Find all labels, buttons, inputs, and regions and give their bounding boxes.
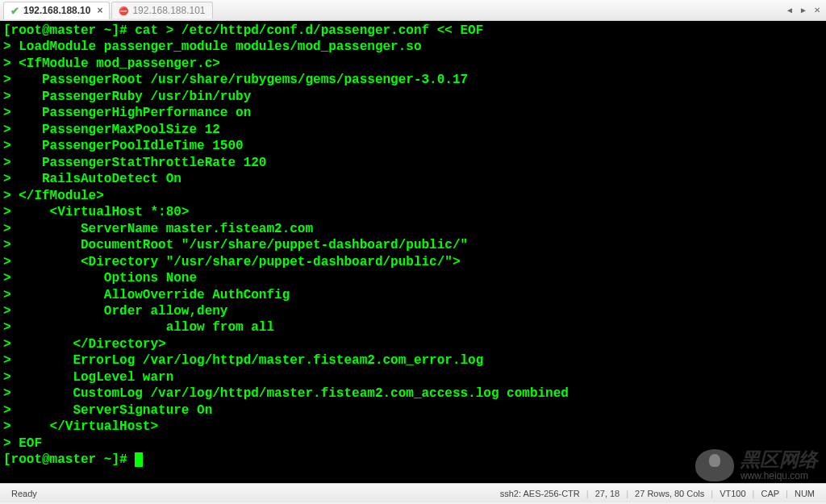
terminal-output[interactable]: [root@master ~]# cat > /etc/httpd/conf.d… — [0, 21, 826, 483]
tab-inactive-host[interactable]: ⛔ 192.168.188.101 — [111, 2, 212, 19]
tab-label: 192.168.188.101 — [132, 5, 205, 16]
status-cursor-pos: 27, 18 — [589, 489, 627, 498]
terminal-cursor — [135, 452, 143, 467]
tab-bar: ✔ 192.168.188.10 × ⛔ 192.168.188.101 ◄ ►… — [0, 0, 826, 21]
status-num: NUM — [788, 489, 821, 498]
close-icon[interactable]: × — [97, 5, 102, 16]
tab-controls: ◄ ► ✕ — [784, 5, 823, 16]
blocked-icon: ⛔ — [119, 6, 128, 15]
tab-label: 192.168.188.10 — [23, 5, 90, 16]
status-ready: Ready — [5, 489, 44, 498]
tab-scroll-left-icon[interactable]: ◄ — [784, 5, 795, 16]
tab-active-host[interactable]: ✔ 192.168.188.10 × — [3, 2, 110, 19]
tab-close-icon[interactable]: ✕ — [811, 5, 823, 16]
check-icon: ✔ — [10, 5, 19, 17]
status-term: VT100 — [713, 489, 752, 498]
status-size: 27 Rows, 80 Cols — [628, 489, 711, 498]
status-cipher: ssh2: AES-256-CTR — [494, 489, 586, 498]
tab-scroll-right-icon[interactable]: ► — [798, 5, 809, 16]
status-cap: CAP — [754, 489, 786, 498]
status-bar: Ready ssh2: AES-256-CTR | 27, 18 | 27 Ro… — [0, 483, 826, 502]
